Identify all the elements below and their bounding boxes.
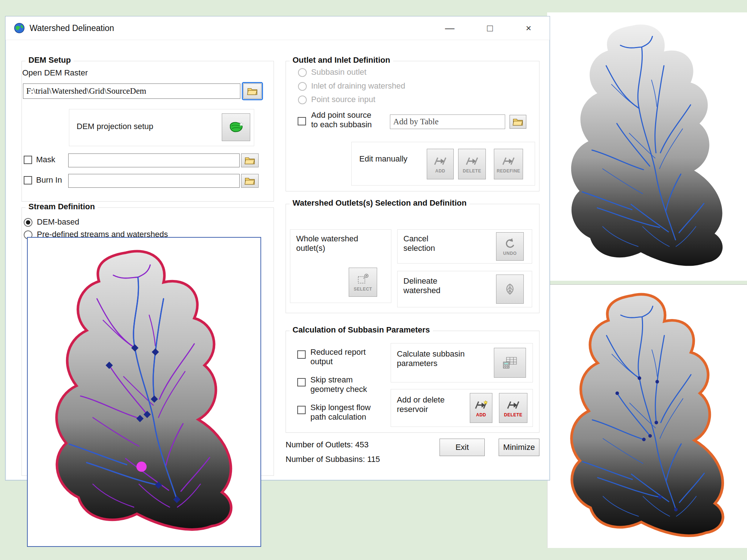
- delete-outlet-button[interactable]: DELETE: [458, 149, 486, 179]
- add-reservoir-button[interactable]: ADD: [470, 393, 492, 423]
- calculator-report-icon: [502, 357, 518, 369]
- delineate-panel: Delineate watershed: [397, 271, 532, 307]
- calculate-subbasin-button[interactable]: [494, 348, 526, 378]
- burn-in-label: Burn In: [36, 175, 62, 185]
- projection-setup-button[interactable]: [222, 113, 250, 141]
- reservoir-label: Add or delete reservoir: [397, 395, 448, 415]
- outlets-count-text: Number of Outlets: 453: [286, 440, 368, 450]
- subbasin-outlet-label: Subbasin outlet: [311, 67, 367, 77]
- dem-path-input[interactable]: [23, 83, 240, 99]
- open-dem-label: Open DEM Raster: [22, 68, 88, 78]
- redefine-outlet-icon: [500, 155, 516, 167]
- screen: Watershed Delineation — □ × DEM Setup Op…: [0, 0, 747, 560]
- window-close-button[interactable]: ×: [518, 16, 539, 40]
- select-rectangle-icon: [355, 273, 371, 285]
- reduced-report-checkbox[interactable]: [297, 350, 306, 359]
- projection-label: DEM projection setup: [77, 122, 153, 131]
- select-caption: SELECT: [354, 287, 372, 292]
- skip-flowpath-checkbox[interactable]: [297, 406, 306, 414]
- point-source-label: Point source input: [311, 95, 375, 104]
- dem-setup-title: DEM Setup: [26, 55, 74, 65]
- dem-preview-panel: [547, 12, 747, 281]
- mask-label: Mask: [36, 155, 55, 164]
- outlet-inlet-title: Outlet and Inlet Definition: [290, 55, 393, 65]
- whole-watershed-panel: Whole watershed outlet(s) SELECT: [290, 229, 391, 303]
- skip-geometry-label: Skip stream geometry check: [310, 375, 369, 394]
- calculation-title: Calculation of Subbasin Parameters: [290, 325, 433, 335]
- window-title: Watershed Delineation: [30, 16, 114, 40]
- inlet-radio: [298, 82, 307, 91]
- redefine-outlet-caption: REDEFINE: [497, 168, 520, 174]
- undo-selection-button[interactable]: UNDO: [496, 232, 524, 261]
- watershed-subbasins-map: [31, 241, 257, 542]
- delineated-preview-panel: [547, 284, 747, 548]
- delineate-watershed-icon: [502, 283, 518, 295]
- map-view-window[interactable]: [27, 237, 261, 547]
- window-minimize-button[interactable]: —: [440, 16, 460, 40]
- subbasin-outlet-radio: [298, 68, 307, 77]
- stream-definition-title: Stream Definition: [26, 202, 98, 211]
- burn-in-input[interactable]: [68, 174, 240, 188]
- undo-caption: UNDO: [503, 251, 516, 256]
- globe-icon: [13, 22, 25, 34]
- add-point-source-label: Add point source to each subbasin: [311, 110, 379, 130]
- delineate-label: Delineate watershed: [403, 276, 451, 296]
- reduced-report-label: Reduced report output: [310, 347, 372, 367]
- add-outlet-caption: ADD: [435, 168, 445, 174]
- select-outlets-button[interactable]: SELECT: [349, 268, 377, 297]
- mask-checkbox[interactable]: [24, 156, 32, 164]
- dem-browse-button[interactable]: [243, 83, 262, 99]
- add-by-table-input[interactable]: [390, 114, 505, 129]
- cancel-selection-panel: Cancel selection UNDO: [397, 229, 532, 264]
- delete-reservoir-caption: DELETE: [504, 412, 522, 417]
- add-outlet-icon: [432, 155, 448, 167]
- projection-panel: DEM projection setup: [69, 109, 254, 146]
- reservoir-panel: Add or delete reservoir ADD DELETE: [391, 389, 533, 427]
- add-reservoir-caption: ADD: [476, 412, 486, 417]
- inlet-label: Inlet of draining watershed: [311, 81, 405, 91]
- edit-manually-label: Edit manually: [359, 154, 407, 164]
- delineate-watershed-button[interactable]: [496, 275, 524, 304]
- cancel-selection-label: Cancel selection: [403, 234, 447, 253]
- add-point-source-checkbox[interactable]: [298, 117, 306, 125]
- delete-reservoir-icon: [505, 399, 521, 411]
- map-projection-icon: [228, 121, 244, 133]
- title-bar: Watershed Delineation — □ ×: [5, 16, 550, 40]
- add-outlet-button[interactable]: ADD: [427, 149, 454, 179]
- redefine-outlet-button[interactable]: REDEFINE: [494, 149, 523, 179]
- dem-based-label: DEM-based: [37, 217, 79, 227]
- exit-button[interactable]: Exit: [440, 439, 485, 456]
- add-reservoir-icon: [473, 399, 489, 411]
- add-by-table-browse-button[interactable]: [510, 115, 526, 129]
- subbasins-count-text: Number of Subbasins: 115: [286, 455, 380, 464]
- dem-based-radio[interactable]: [24, 218, 32, 227]
- whole-watershed-label: Whole watershed outlet(s): [296, 234, 360, 253]
- burn-in-browse-button[interactable]: [241, 174, 259, 188]
- minimize-button[interactable]: Minimize: [499, 439, 539, 456]
- window-maximize-button[interactable]: □: [480, 16, 500, 40]
- burn-in-checkbox[interactable]: [24, 176, 32, 184]
- skip-geometry-checkbox[interactable]: [297, 378, 306, 386]
- delete-outlet-caption: DELETE: [463, 168, 481, 174]
- delete-reservoir-button[interactable]: DELETE: [499, 393, 527, 423]
- skip-flowpath-label: Skip longest flow path calculation: [310, 403, 378, 422]
- delete-outlet-icon: [464, 155, 480, 167]
- watershed-delineated-map: [550, 287, 745, 546]
- edit-manually-panel: Edit manually ADD DELETE REDEFINE: [351, 142, 535, 186]
- calculate-panel: Calculate subbasin parameters: [391, 343, 533, 382]
- undo-arrow-icon: [502, 237, 518, 250]
- point-source-radio: [298, 96, 307, 104]
- watershed-dem-map: [549, 15, 745, 279]
- watershed-outlets-title: Watershed Outlets(s) Selection and Defin…: [290, 198, 469, 208]
- mask-browse-button[interactable]: [241, 153, 259, 167]
- mask-input[interactable]: [68, 153, 240, 167]
- calculate-label: Calculate subbasin parameters: [397, 349, 473, 369]
